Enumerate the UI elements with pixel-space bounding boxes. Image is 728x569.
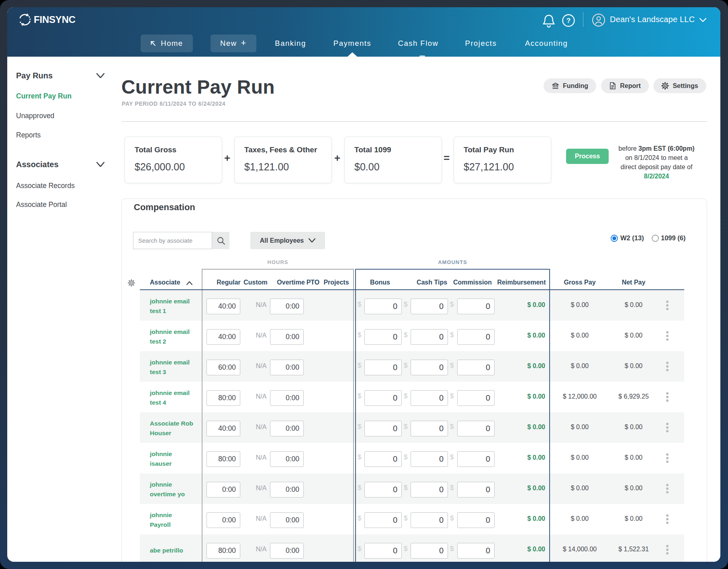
- svg-text:?: ?: [566, 17, 571, 25]
